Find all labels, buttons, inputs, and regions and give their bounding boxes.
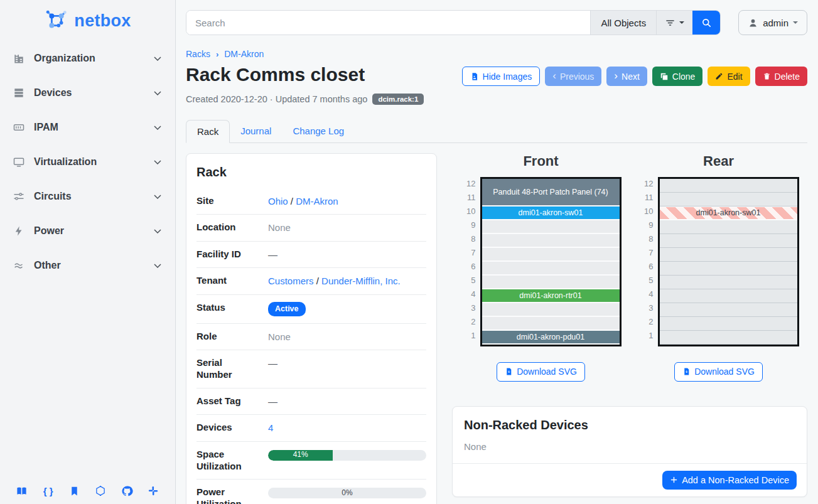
clone-button[interactable]: Clone (652, 67, 703, 86)
table-row-status: Status Active (196, 294, 426, 323)
empty-rack-unit[interactable] (482, 262, 620, 276)
unit-label: 6 (461, 260, 476, 274)
caret-down-icon (793, 21, 798, 24)
page-title: Rack Comms closet (186, 64, 424, 86)
main-content: All Objects admin Racks › DM-Akron Rack … (176, 0, 818, 504)
download-svg-rear-button[interactable]: Download SVG (674, 362, 763, 382)
graphql-icon[interactable] (94, 484, 107, 498)
unit-label: 1 (461, 329, 476, 343)
sidebar-item-circuits[interactable]: Circuits (6, 185, 169, 208)
file-download-icon (505, 367, 513, 376)
tab-bar: Rack Journal Change Log (186, 120, 807, 143)
facility-id-value: — (256, 249, 426, 261)
image-file-icon (470, 72, 479, 81)
rack-details-panel: Rack Site Ohio / DM-Akron Location None (186, 153, 437, 504)
empty-rack-unit[interactable] (660, 276, 797, 289)
empty-rack-unit[interactable] (482, 303, 620, 317)
empty-rack-unit[interactable] (660, 220, 797, 234)
docs-icon[interactable] (15, 484, 29, 498)
trash-icon (763, 72, 771, 80)
sidebar-item-devices[interactable]: Devices (6, 81, 169, 105)
sidebar-item-power[interactable]: Power (6, 219, 169, 243)
rack-device[interactable]: dmi01-akron-sw01 (660, 206, 797, 220)
netbox-logo[interactable]: netbox (0, 9, 175, 33)
empty-rack-unit[interactable] (660, 289, 797, 303)
empty-rack-unit[interactable] (660, 331, 797, 345)
account-username: admin (763, 18, 788, 28)
empty-rack-unit[interactable] (660, 193, 797, 206)
empty-rack-unit[interactable] (660, 179, 797, 193)
add-non-racked-device-button[interactable]: Add a Non-Racked Device (662, 471, 797, 490)
empty-rack-unit[interactable] (660, 234, 797, 248)
rear-unit-labels: 121110987654321 (638, 177, 654, 346)
copy-icon (660, 72, 669, 81)
delete-button[interactable]: Delete (755, 67, 807, 86)
tab-change-log[interactable]: Change Log (282, 120, 355, 142)
caret-down-icon (679, 21, 684, 24)
empty-rack-unit[interactable] (660, 262, 797, 276)
slack-icon[interactable] (146, 484, 160, 498)
other-icon (13, 259, 25, 272)
github-icon[interactable] (120, 484, 134, 498)
unit-label: 7 (461, 246, 476, 260)
unit-label: 3 (638, 301, 654, 315)
empty-rack-unit[interactable] (482, 276, 620, 289)
rack-device[interactable]: dmi01-akron-pdu01 (482, 331, 620, 345)
unit-label: 2 (638, 315, 654, 329)
unit-label: 5 (638, 274, 654, 287)
device-count-link[interactable]: 4 (268, 422, 273, 433)
tab-rack[interactable]: Rack (186, 120, 230, 143)
sidebar-item-ipam[interactable]: IPAM (6, 115, 169, 139)
file-download-icon (682, 367, 691, 376)
empty-rack-unit[interactable] (660, 317, 797, 331)
topbar: All Objects admin (186, 10, 807, 35)
unit-label: 2 (461, 315, 476, 329)
serial-value: — (256, 357, 426, 370)
sidebar-item-organization[interactable]: Organization (6, 46, 169, 70)
site-link[interactable]: DM-Akron (296, 196, 338, 206)
edit-button[interactable]: Edit (708, 67, 750, 86)
rack-device[interactable]: Panduit 48-Port Patch Panel (74) (482, 179, 620, 206)
rack-device[interactable]: dmi01-akron-sw01 (482, 206, 620, 220)
chevron-down-icon (153, 88, 163, 98)
empty-rack-unit[interactable] (482, 220, 620, 234)
unit-label: 12 (638, 177, 654, 191)
download-svg-front-button[interactable]: Download SVG (497, 362, 585, 382)
empty-rack-unit[interactable] (482, 234, 620, 248)
search-submit-button[interactable] (692, 11, 720, 35)
chevron-down-icon (153, 226, 163, 236)
empty-rack-unit[interactable] (482, 248, 620, 262)
search-input[interactable] (186, 11, 590, 35)
next-button[interactable]: › Next (606, 67, 647, 86)
rest-api-icon[interactable]: { } (41, 484, 55, 498)
sidebar-item-virtualization[interactable]: Virtualization (6, 150, 169, 174)
sidebar-item-label: Circuits (34, 191, 153, 202)
sidebar-item-label: Power (34, 225, 153, 237)
previous-button[interactable]: ‹ Previous (545, 67, 601, 86)
location-value: None (256, 222, 426, 234)
hide-images-button[interactable]: Hide Images (462, 67, 541, 86)
rack-device[interactable]: dmi01-akron-rtr01 (482, 289, 620, 303)
account-menu-button[interactable]: admin (738, 10, 807, 35)
tab-journal[interactable]: Journal (230, 120, 282, 142)
search-filter-button[interactable] (656, 11, 692, 35)
empty-rack-unit[interactable] (660, 303, 797, 317)
breadcrumb-link-racks[interactable]: Racks (186, 49, 210, 59)
devices-icon (13, 87, 25, 99)
empty-rack-unit[interactable] (660, 248, 797, 262)
chevron-left-icon: ‹ (552, 70, 556, 81)
api-docs-icon[interactable] (68, 484, 82, 498)
site-group-link[interactable]: Ohio (268, 196, 288, 206)
breadcrumb-link-site[interactable]: DM-Akron (224, 49, 264, 59)
tenant-link[interactable]: Dunder-Mifflin, Inc. (321, 276, 401, 286)
tenant-group-link[interactable]: Customers (268, 276, 314, 286)
object-type-selector[interactable]: All Objects (590, 11, 656, 35)
non-racked-devices-panel: Non-Racked Devices None Add a Non-Racked… (452, 406, 807, 497)
sidebar-footer: { } (0, 484, 175, 498)
sidebar-item-label: IPAM (34, 122, 153, 133)
rear-elevation-title: Rear (703, 153, 734, 169)
global-search: All Objects (186, 10, 721, 35)
table-row-facility-id: Facility ID — (196, 241, 426, 268)
empty-rack-unit[interactable] (482, 317, 620, 331)
sidebar-item-other[interactable]: Other (6, 254, 169, 277)
